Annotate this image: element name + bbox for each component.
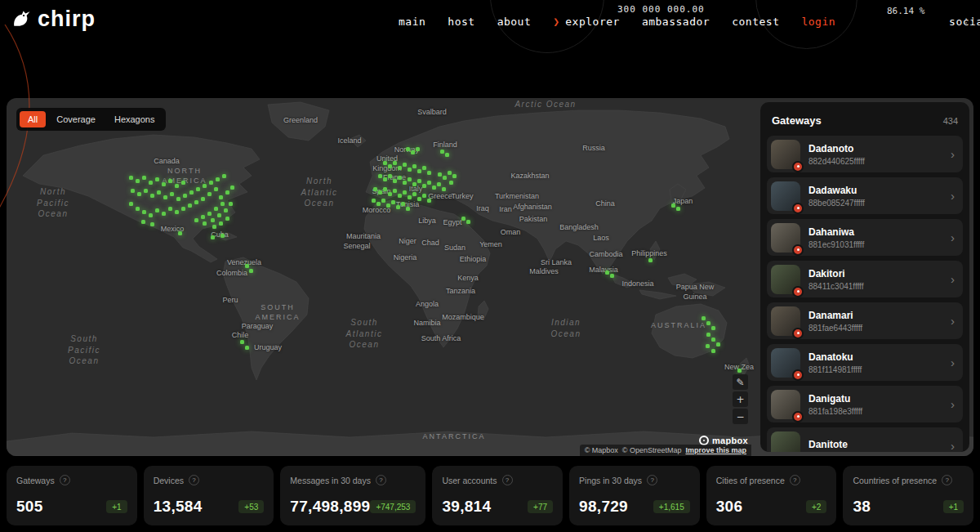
gateway-dot[interactable] (448, 171, 452, 175)
nav-item[interactable]: contest (732, 16, 779, 28)
help-icon[interactable] (189, 475, 199, 485)
gateway-dot[interactable] (207, 212, 212, 216)
gateway-dot[interactable] (398, 194, 402, 198)
draw-tool-button[interactable]: ✎ (733, 374, 748, 390)
gateway-dot[interactable] (203, 184, 207, 188)
gateway-dot[interactable] (737, 369, 742, 373)
gateway-dot[interactable] (417, 169, 421, 173)
gateway-dot[interactable] (214, 187, 218, 191)
gateway-dot[interactable] (706, 321, 710, 325)
gateway-dot[interactable] (224, 208, 228, 212)
gateway-dot[interactable] (155, 177, 159, 181)
gateway-dot[interactable] (416, 147, 420, 151)
gateway-list-item[interactable]: Danigatu 881fa198e3fffff (767, 386, 963, 422)
zoom-in-button[interactable]: + (733, 391, 748, 407)
gateway-dot[interactable] (393, 161, 397, 165)
gateway-dot[interactable] (440, 150, 444, 154)
gateway-dot[interactable] (706, 344, 710, 348)
menu-dots-handle[interactable]: :: (964, 15, 977, 26)
gateway-list-item[interactable]: Dakitori 88411c3041fffff (767, 261, 963, 297)
gateway-dot[interactable] (417, 179, 421, 183)
gateway-dot[interactable] (217, 213, 221, 217)
gateway-dot[interactable] (432, 186, 436, 190)
gateway-dot[interactable] (403, 181, 407, 185)
gateway-dot[interactable] (240, 340, 244, 344)
gateway-list-item[interactable]: Dadawaku 88be085247fffff (767, 177, 963, 214)
gateway-dot[interactable] (449, 181, 453, 185)
map-filter-button[interactable]: Coverage (48, 111, 104, 127)
gateway-dot[interactable] (220, 234, 225, 238)
help-icon[interactable] (502, 475, 513, 485)
gateway-dot[interactable] (422, 194, 426, 198)
gateway-dot[interactable] (219, 195, 223, 199)
gateway-dot[interactable] (201, 197, 205, 201)
gateway-dot[interactable] (711, 326, 715, 330)
gateway-dot[interactable] (716, 342, 720, 346)
gateway-dot[interactable] (438, 172, 442, 177)
gateway-dot[interactable] (176, 197, 180, 201)
gateway-dot[interactable] (445, 153, 449, 157)
help-icon[interactable] (647, 475, 657, 485)
gateway-dot[interactable] (406, 147, 410, 151)
gateway-list-item[interactable]: Danatoku 881f114981fffff (767, 344, 963, 381)
gateway-dot[interactable] (170, 192, 174, 196)
gateway-dot[interactable] (417, 197, 421, 201)
gateway-dot[interactable] (383, 177, 387, 181)
gateway-dot[interactable] (373, 187, 377, 191)
gateway-dot[interactable] (136, 179, 140, 183)
gateway-dot[interactable] (671, 203, 675, 208)
map-filter-button[interactable]: Hexagons (106, 111, 163, 127)
map-filter-button[interactable]: All (20, 111, 46, 127)
gateway-dot[interactable] (168, 207, 172, 211)
gateway-dot[interactable] (225, 217, 229, 221)
gateway-dot[interactable] (163, 195, 167, 199)
gateway-dot[interactable] (220, 202, 225, 206)
gateway-dot[interactable] (466, 220, 470, 224)
gateway-dot[interactable] (648, 258, 653, 262)
gateway-dot[interactable] (245, 264, 249, 268)
gateway-dot[interactable] (189, 190, 194, 194)
gateway-dot[interactable] (403, 163, 407, 167)
gateway-dot[interactable] (214, 207, 218, 211)
gateway-dot[interactable] (144, 189, 148, 193)
gateway-dot[interactable] (386, 203, 390, 208)
gateway-dot[interactable] (372, 199, 376, 203)
gateway-dot[interactable] (201, 215, 205, 219)
zoom-out-button[interactable]: − (733, 409, 748, 424)
gateway-dot[interactable] (183, 194, 187, 198)
gateway-dot[interactable] (175, 210, 179, 214)
gateway-dot[interactable] (396, 205, 400, 209)
gateway-dot[interactable] (216, 177, 220, 181)
gateway-dot[interactable] (249, 269, 253, 273)
gateway-dot[interactable] (461, 217, 466, 221)
gateway-dot[interactable] (211, 235, 215, 239)
gateway-dot[interactable] (225, 190, 229, 194)
gateway-dot[interactable] (149, 213, 153, 217)
gateway-dot[interactable] (245, 346, 249, 350)
gateway-dot[interactable] (422, 184, 426, 188)
gateway-dot[interactable] (162, 182, 166, 186)
gateway-dot[interactable] (406, 207, 410, 211)
gateway-dot[interactable] (212, 225, 216, 229)
gateway-dot[interactable] (181, 207, 185, 211)
help-icon[interactable] (60, 475, 70, 485)
gateway-dot[interactable] (711, 338, 715, 342)
gateway-dot[interactable] (142, 176, 146, 180)
gateway-dot[interactable] (168, 179, 172, 183)
gateway-dot[interactable] (142, 210, 146, 214)
gateway-dot[interactable] (393, 189, 397, 193)
gateway-dot[interactable] (194, 200, 198, 204)
gateway-dot[interactable] (175, 184, 179, 188)
gateway-dot[interactable] (711, 349, 715, 353)
gateway-dot[interactable] (388, 174, 392, 178)
gateway-dot[interactable] (188, 203, 192, 208)
gateway-list-item[interactable]: Danamari 881fae6443fffff (767, 302, 963, 339)
gateway-dot[interactable] (219, 221, 223, 226)
attribution-mapbox[interactable]: © Mapbox (585, 446, 618, 454)
gateway-dot[interactable] (222, 174, 226, 178)
gateway-dot[interactable] (411, 150, 415, 154)
gateway-dot[interactable] (610, 274, 614, 278)
gateway-dot[interactable] (211, 218, 215, 222)
gateway-dot[interactable] (403, 190, 407, 194)
gateway-list-item[interactable]: Dahaniwa 881ec91031fffff (767, 219, 963, 256)
